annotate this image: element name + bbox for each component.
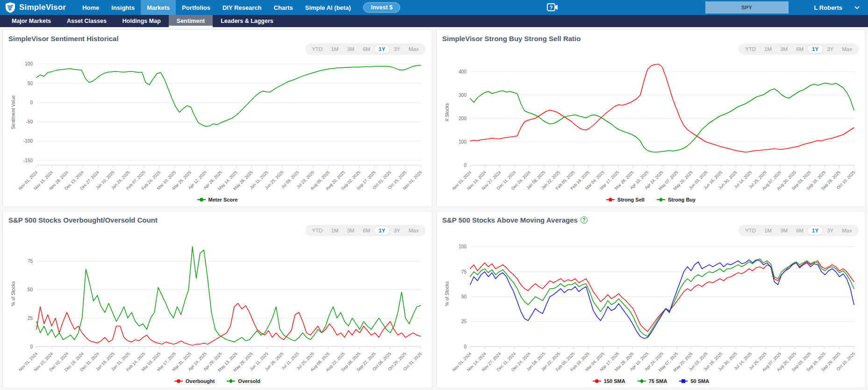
legend-marker-diamond — [638, 379, 646, 383]
subnav-item-asset-classes[interactable]: Asset Classes — [59, 15, 115, 27]
legend-item-75-sma[interactable]: 75 SMA — [638, 378, 667, 384]
svg-text:100: 100 — [25, 61, 33, 66]
range-button-3y[interactable]: 3Y — [823, 226, 838, 235]
svg-text:300: 300 — [459, 93, 466, 98]
range-button-3m[interactable]: 3M — [776, 226, 792, 235]
chart-svg: 0255075% of StocksNov 01, 2024Nov 15, 20… — [8, 236, 426, 376]
chart-title: S&P 500 Stocks Overbought/Oversold Count — [8, 216, 158, 224]
subnav-item-holdings-map[interactable]: Holdings Map — [115, 15, 169, 27]
range-button-max[interactable]: Max — [838, 226, 856, 235]
range-button-1m[interactable]: 1M — [327, 226, 343, 235]
range-button-1y[interactable]: 1Y — [808, 45, 823, 53]
series-line-150-sma — [470, 261, 854, 332]
range-button-1m[interactable]: 1M — [760, 226, 776, 235]
svg-text:400: 400 — [459, 69, 466, 74]
chart-svg: 0100200300400# StocksNov 01, 2024Nov 14,… — [442, 55, 860, 195]
legend-label: 150 SMA — [604, 378, 625, 384]
chart-title: S&P 500 Stocks Above Moving Averages — [442, 216, 578, 224]
nav-item-home[interactable]: Home — [76, 0, 105, 15]
range-button-3y[interactable]: 3Y — [389, 226, 404, 235]
legend-item-overbought[interactable]: Overbought — [174, 378, 215, 384]
range-button-6m[interactable]: 6M — [359, 45, 374, 53]
card-sentiment-historical: SimpleVisor Sentiment Historical YTD1M3M… — [2, 29, 432, 207]
range-button-3y[interactable]: 3Y — [823, 45, 838, 53]
svg-text:0: 0 — [30, 344, 33, 349]
nav-item-simple-ai-beta[interactable]: Simple AI (beta) — [299, 0, 357, 15]
svg-text:% of Stocks: % of Stocks — [445, 282, 450, 306]
legend-marker-circle — [174, 379, 183, 383]
sentiment-historical-chart[interactable]: -150-100-50050100Sentiment ValueNov 01, … — [8, 55, 426, 195]
subnav-item-leaders-laggers[interactable]: Leaders & Laggers — [213, 15, 281, 27]
range-button-3m[interactable]: 3M — [776, 45, 792, 53]
legend-label: Overbought — [186, 378, 215, 384]
svg-text:?: ? — [550, 5, 553, 10]
range-button-ytd[interactable]: YTD — [308, 45, 327, 53]
ticker-search-input[interactable] — [705, 1, 789, 14]
range-button-ytd[interactable]: YTD — [741, 226, 760, 235]
legend-label: Oversold — [238, 378, 260, 384]
range-button-1m[interactable]: 1M — [760, 45, 776, 53]
time-range-group: YTD1M3M6M1Y3YMax — [305, 225, 425, 236]
range-button-3m[interactable]: 3M — [343, 226, 359, 235]
nav-item-portfolios[interactable]: Portfolios — [176, 0, 216, 15]
primary-nav: HomeInsightsMarketsPortfoliosDIY Researc… — [76, 0, 357, 15]
time-range-group: YTD1M3M6M1Y3YMax — [739, 225, 859, 236]
nav-item-diy-research[interactable]: DIY Research — [216, 0, 268, 15]
range-button-6m[interactable]: 6M — [792, 226, 808, 235]
svg-text:75: 75 — [28, 259, 33, 264]
chart-legend: Strong SellStrong Buy — [442, 195, 860, 204]
overbought-oversold-chart[interactable]: 0255075% of StocksNov 01, 2024Nov 15, 20… — [8, 236, 426, 376]
chart-legend: Meter Score — [8, 195, 426, 204]
nav-item-insights[interactable]: Insights — [105, 0, 141, 15]
strong-buy-sell-chart[interactable]: 0100200300400# StocksNov 01, 2024Nov 14,… — [442, 55, 860, 195]
legend-item-strong-sell[interactable]: Strong Sell — [606, 197, 645, 202]
subnav-item-major-markets[interactable]: Major Markets — [4, 15, 59, 27]
svg-text:0: 0 — [464, 344, 466, 349]
range-button-max[interactable]: Max — [838, 45, 856, 53]
svg-text:-150: -150 — [23, 158, 33, 163]
svg-text:-100: -100 — [23, 138, 33, 144]
series-line-strong-sell — [470, 64, 854, 152]
legend-item-strong-buy[interactable]: Strong Buy — [657, 197, 696, 202]
help-circle-icon[interactable]: ? — [581, 217, 588, 224]
invest-button[interactable]: Invest $ — [363, 2, 400, 13]
range-button-max[interactable]: Max — [404, 45, 423, 53]
brand[interactable]: SimpleVisor — [5, 0, 66, 15]
svg-text:Sentiment Value: Sentiment Value — [11, 95, 16, 129]
chart-legend: OverboughtOversold — [8, 376, 426, 386]
subnav-item-sentiment[interactable]: Sentiment — [169, 15, 213, 27]
range-button-1y[interactable]: 1Y — [374, 45, 389, 53]
range-button-max[interactable]: Max — [404, 226, 423, 235]
series-line-meter-score — [36, 65, 421, 126]
range-button-3y[interactable]: 3Y — [389, 45, 404, 53]
range-button-6m[interactable]: 6M — [792, 45, 808, 53]
range-button-1y[interactable]: 1Y — [374, 226, 389, 235]
legend-item-150-sma[interactable]: 150 SMA — [593, 378, 625, 384]
chart-title: SimpleVisor Sentiment Historical — [8, 35, 119, 43]
range-button-1m[interactable]: 1M — [327, 45, 343, 53]
dashboard-grid: SimpleVisor Sentiment Historical YTD1M3M… — [0, 27, 868, 390]
svg-text:100: 100 — [459, 244, 466, 249]
chart-legend: 150 SMA75 SMA50 SMA — [442, 376, 860, 386]
svg-text:25: 25 — [461, 319, 467, 324]
legend-marker-circle — [606, 198, 615, 202]
legend-item-50-sma[interactable]: 50 SMA — [679, 378, 709, 384]
range-button-1y[interactable]: 1Y — [808, 226, 823, 235]
user-name: L Roberts — [814, 4, 842, 11]
range-button-3m[interactable]: 3M — [343, 45, 359, 53]
legend-marker-square — [679, 379, 688, 383]
nav-item-markets[interactable]: Markets — [141, 0, 176, 15]
legend-label: 75 SMA — [649, 378, 667, 384]
range-button-ytd[interactable]: YTD — [308, 226, 327, 235]
range-button-ytd[interactable]: YTD — [741, 45, 760, 53]
legend-label: Meter Score — [208, 197, 238, 202]
legend-item-meter-score[interactable]: Meter Score — [197, 197, 238, 202]
moving-averages-chart[interactable]: 0255075100% of StocksNov 01, 2024Nov 14,… — [442, 236, 860, 376]
nav-item-charts[interactable]: Charts — [268, 0, 299, 15]
user-menu[interactable]: L Roberts — [814, 0, 860, 15]
range-button-6m[interactable]: 6M — [359, 226, 374, 235]
chevron-down-icon — [854, 6, 860, 9]
legend-item-oversold[interactable]: Oversold — [227, 378, 260, 384]
help-video-icon[interactable]: ? — [546, 2, 559, 13]
svg-text:50: 50 — [28, 81, 33, 86]
